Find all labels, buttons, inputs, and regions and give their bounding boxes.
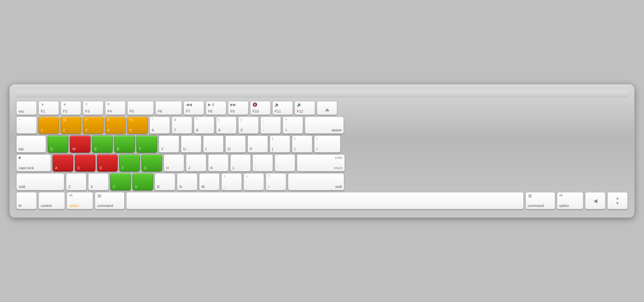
key-f7[interactable]: ◀◀ F7	[184, 101, 204, 115]
key-delete[interactable]: delete	[305, 117, 344, 134]
key-lshift[interactable]: shift	[16, 173, 64, 190]
key-backslash[interactable]: | \	[314, 135, 341, 153]
keyboard: esc ☀ F1 ☀ F2 ⊡ F3 ⊞ F4 F5 F6 ◀◀ F7 ▶⏸	[10, 84, 634, 218]
key-4[interactable]: $ 4	[105, 117, 126, 134]
key-d[interactable]: D	[97, 154, 118, 172]
key-9[interactable]: ( 9	[216, 117, 237, 134]
key-8[interactable]: * 8	[194, 117, 214, 134]
key-l[interactable]: L	[230, 154, 251, 172]
key-f11[interactable]: 🔉 F11	[272, 101, 293, 115]
key-e[interactable]: E	[92, 135, 113, 153]
number-row: ~ ` ! 1 @ 2 # 3 $ 4 % 5 ^ 6 & 7	[16, 117, 628, 134]
key-f3[interactable]: ⊡ F3	[83, 101, 103, 115]
key-semicolon[interactable]: : ;	[252, 154, 273, 172]
key-3[interactable]: # 3	[83, 117, 103, 134]
key-rbracket[interactable]: } ]	[292, 135, 312, 153]
key-s[interactable]: S	[75, 154, 95, 172]
capslock-indicator	[19, 157, 21, 159]
key-f1[interactable]: ☀ F1	[38, 101, 59, 115]
key-v[interactable]: V	[133, 173, 153, 190]
key-1[interactable]: ! 1	[38, 117, 59, 134]
zxcv-row: shift Z X C V B N M < , > .	[16, 173, 628, 190]
key-z[interactable]: Z	[66, 173, 86, 190]
key-a[interactable]: A	[53, 154, 73, 172]
key-tab[interactable]: tab	[16, 135, 46, 153]
key-enter[interactable]: enter return	[297, 154, 345, 172]
key-right-command[interactable]: ⌘ command	[525, 192, 555, 209]
key-f12[interactable]: 🔊 F12	[295, 101, 315, 115]
key-esc[interactable]: esc	[16, 101, 37, 115]
key-t[interactable]: T	[136, 135, 157, 153]
key-g[interactable]: G	[141, 154, 162, 172]
key-n[interactable]: N	[177, 173, 197, 190]
key-control[interactable]: control	[38, 192, 65, 209]
keyboard-top-bar	[16, 90, 628, 98]
key-w[interactable]: W	[70, 135, 90, 153]
key-tilde[interactable]: ~ `	[16, 117, 37, 134]
key-x[interactable]: X	[88, 173, 109, 190]
qwerty-row: tab Q W E R T Y U I O P	[16, 135, 628, 153]
key-q[interactable]: Q	[48, 135, 68, 153]
key-rshift[interactable]: shift	[288, 173, 344, 190]
key-space[interactable]	[126, 192, 524, 209]
bottom-row: fn control alt option ⌘ command ⌘ comman…	[16, 192, 628, 209]
key-u[interactable]: U	[181, 135, 201, 153]
key-j[interactable]: J	[186, 154, 206, 172]
key-period[interactable]: > .	[243, 173, 264, 190]
key-f[interactable]: F	[119, 154, 140, 172]
key-p[interactable]: P	[247, 135, 268, 153]
key-f2[interactable]: ☀ F2	[61, 101, 81, 115]
left-option-label: option	[69, 204, 79, 208]
key-o[interactable]: O	[225, 135, 246, 153]
key-fn[interactable]: fn	[16, 192, 37, 209]
key-c[interactable]: C	[110, 173, 131, 190]
key-r[interactable]: R	[114, 135, 135, 153]
key-comma[interactable]: < ,	[221, 173, 242, 190]
key-capslock[interactable]: caps lock	[16, 154, 51, 172]
key-eject[interactable]: ⏏	[317, 101, 337, 115]
key-quote[interactable]: " '	[275, 154, 295, 172]
fn-row: esc ☀ F1 ☀ F2 ⊡ F3 ⊞ F4 F5 F6 ◀◀ F7 ▶⏸	[16, 101, 628, 115]
key-slash[interactable]: ? /	[266, 173, 286, 190]
key-h[interactable]: H	[164, 154, 184, 172]
key-2[interactable]: @ 2	[61, 117, 81, 134]
key-left-option[interactable]: alt option	[67, 192, 93, 209]
key-f9[interactable]: ▶▶ F9	[228, 101, 248, 115]
key-f10[interactable]: 🔇 F10	[250, 101, 271, 115]
key-6[interactable]: ^ 6	[149, 117, 170, 134]
key-y[interactable]: Y	[159, 135, 179, 153]
key-right-option[interactable]: alt option	[557, 192, 583, 209]
key-arrow-up-down[interactable]: ▲ ▼	[607, 192, 628, 209]
key-f4[interactable]: ⊞ F4	[105, 101, 126, 115]
key-7[interactable]: & 7	[172, 117, 192, 134]
key-arrow-left[interactable]: ◀	[585, 192, 606, 209]
asdf-row: caps lock A S D F G H J K L : ;	[16, 154, 628, 172]
key-5[interactable]: % 5	[127, 117, 148, 134]
key-f5[interactable]: F5	[127, 101, 154, 115]
key-f8[interactable]: ▶⏸ F8	[206, 101, 226, 115]
key-i[interactable]: I	[203, 135, 224, 153]
key-equals[interactable]: + =	[283, 117, 303, 134]
key-lbracket[interactable]: { [	[270, 135, 290, 153]
key-k[interactable]: K	[208, 154, 229, 172]
key-b[interactable]: B	[155, 173, 175, 190]
key-m[interactable]: M	[199, 173, 220, 190]
key-minus[interactable]: _ -	[260, 117, 281, 134]
key-left-command[interactable]: ⌘ command	[95, 192, 125, 209]
key-0[interactable]: ) 0	[238, 117, 259, 134]
key-f6[interactable]: F6	[155, 101, 182, 115]
